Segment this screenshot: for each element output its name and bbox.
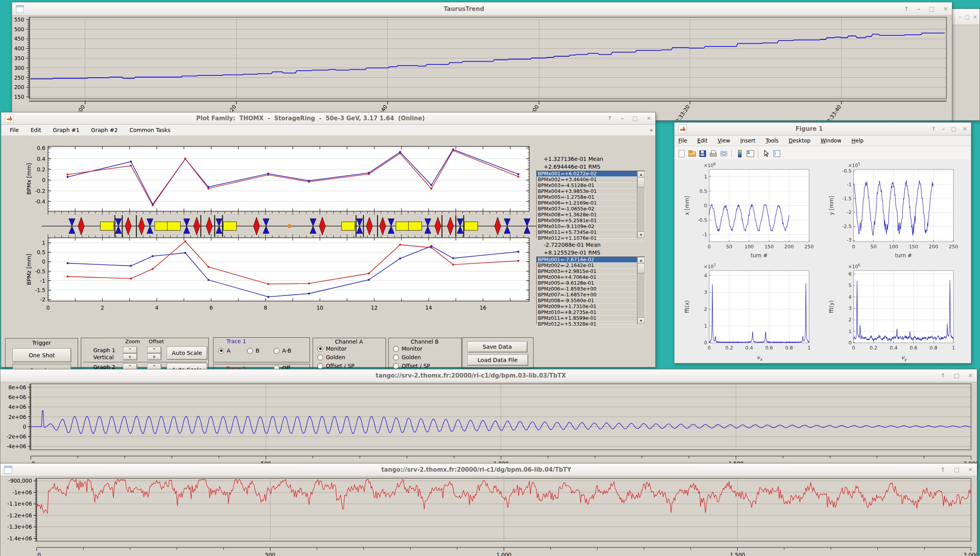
print-icon[interactable] — [709, 150, 717, 157]
menu-view[interactable]: View — [718, 137, 730, 144]
save-data-button[interactable]: Save Data — [467, 341, 527, 352]
minimize-button[interactable]: – — [942, 126, 945, 132]
list-item[interactable]: BPMx012=+1.1076e-01 — [537, 235, 645, 241]
taurustrend-titlebar[interactable]: TaurusTrend ↑–□✕ — [12, 2, 952, 16]
list-item[interactable]: BPMz009=+1.7310e-01 — [537, 304, 645, 310]
channel-b-offset-sp-radio[interactable]: Offset / SP — [393, 363, 430, 369]
list-item[interactable]: BPMz001=-7.6714e-02 — [537, 257, 645, 263]
close-button[interactable]: ✕ — [968, 372, 973, 379]
tbty-titlebar[interactable]: tango://srv-2.thomx.fr:20000/ri-c1/dg/bp… — [0, 463, 977, 476]
maximize-button[interactable]: □ — [951, 126, 956, 132]
graph1-zoom-down-button[interactable]: v — [123, 353, 137, 360]
channel-a-monitor-radio[interactable]: Monitor — [317, 346, 347, 352]
scroll-up-button[interactable]: ▲ — [637, 171, 645, 178]
minimize-button[interactable]: – — [621, 115, 624, 122]
list-item[interactable]: BPMz004=+4.7064e-01 — [537, 274, 645, 280]
list-item[interactable]: BPMz003=+2.9815e-01 — [537, 269, 645, 274]
load-data-file-button[interactable]: Load Data File — [467, 355, 528, 365]
legend-icon[interactable] — [746, 150, 754, 157]
restore-button[interactable]: ↑ — [941, 372, 946, 379]
list-item[interactable]: BPMx001=+6.0272e-02 — [537, 171, 645, 177]
maximize-button[interactable]: □ — [929, 5, 934, 12]
channel-b-golden-radio[interactable]: Golden — [393, 354, 421, 360]
tbty-chart[interactable]: -900,000-1e+06-1.1e+06-1.2e+06-1.3e+06-1… — [0, 476, 977, 556]
list-item[interactable]: BPMx002=+3.4640e-01 — [537, 177, 645, 183]
figure1-titlebar[interactable]: Figure 1 ↑–□✕ — [674, 123, 971, 135]
link-icon[interactable] — [720, 150, 727, 157]
list-item[interactable]: BPMx008=+1.3628e-01 — [537, 212, 645, 218]
new-document-icon[interactable] — [678, 150, 685, 157]
bpmx-list[interactable]: BPMx001=+6.0272e-02BPMx002=+3.4640e-01BP… — [536, 171, 645, 239]
one-shot-button[interactable]: One Shot — [12, 348, 71, 362]
menu-graph-2[interactable]: Graph #2 — [91, 127, 118, 133]
list-item[interactable]: BPMz002=-2.1642e-01 — [537, 263, 645, 269]
list-item[interactable]: BPMx003=-4.5128e-01 — [537, 183, 645, 189]
list-item[interactable]: BPMz012=+5.3328e-01 — [537, 321, 645, 327]
menu-insert[interactable]: Insert — [740, 137, 756, 144]
close-button[interactable]: ✕ — [973, 14, 977, 20]
close-button[interactable]: ✕ — [962, 126, 967, 132]
maximize-button[interactable]: □ — [954, 372, 959, 379]
list-item[interactable]: BPMz007=-1.6857e+00 — [537, 292, 645, 298]
restore-button[interactable]: – — [959, 14, 961, 20]
list-item[interactable]: BPMz008=-9.5560e-01 — [537, 298, 645, 304]
open-folder-icon[interactable] — [688, 150, 696, 157]
list-item[interactable]: BPMz011=+1.8599e-01 — [537, 315, 645, 321]
tbtx-titlebar[interactable]: tango://srv-2.thomx.fr:20000/ri-c1/dg/bp… — [0, 369, 977, 382]
menu-desktop[interactable]: Desktop — [789, 137, 811, 144]
maximize-button[interactable]: □ — [965, 14, 969, 20]
list-item[interactable]: BPMx010=-9.1109e-02 — [537, 224, 645, 230]
scroll-down-button[interactable]: ▼ — [637, 232, 645, 238]
trace1-b-radio[interactable]: B — [247, 348, 260, 354]
menu-file[interactable]: File — [10, 127, 19, 133]
close-button[interactable]: ✕ — [646, 115, 651, 122]
scroll-up-button[interactable]: ▲ — [637, 257, 645, 264]
scroll-thumb[interactable] — [637, 177, 645, 187]
plot-family-titlebar[interactable]: Plot Family: THOMX - StorageRing - 50e-3… — [1, 112, 655, 125]
maximize-button[interactable]: □ — [954, 466, 959, 473]
list-item[interactable]: BPMx007=-1.0655e-02 — [537, 206, 645, 212]
save-icon[interactable] — [699, 150, 706, 157]
channel-a-golden-radio[interactable]: Golden — [317, 354, 345, 360]
trace1-a-radio[interactable]: A — [218, 348, 231, 354]
list-item[interactable]: BPMz010=+8.2735e-01 — [537, 310, 645, 315]
menu-overflow-icon[interactable]: » — [649, 127, 653, 133]
pointer-icon[interactable] — [762, 150, 770, 157]
close-button[interactable]: ✕ — [943, 5, 948, 12]
list-item[interactable]: BPMx004=+3.9853e-01 — [537, 189, 645, 194]
restore-button[interactable]: ↑ — [941, 466, 946, 473]
restore-button[interactable]: ↑ — [904, 5, 909, 12]
graph1-autoscale-button[interactable]: Auto Scale — [167, 346, 207, 360]
menu-help[interactable]: Help — [852, 137, 864, 144]
list-item[interactable]: BPMz006=-1.8593e+00 — [537, 286, 645, 292]
restore-button[interactable]: ↑ — [931, 126, 936, 132]
trace1-ab-radio[interactable]: A-B — [274, 348, 291, 354]
list-item[interactable]: BPMx006=+1.2169e-01 — [537, 200, 645, 206]
tbtx-chart[interactable]: 8e+066e+064e+062e+060-2e+06-4e+0605001,0… — [0, 382, 977, 467]
menu-window[interactable]: Window — [821, 137, 841, 144]
property-inspector-icon[interactable] — [773, 150, 781, 157]
graph1-zoom-up-button[interactable]: ^ — [123, 347, 137, 353]
bpmz-list[interactable]: BPMz001=-7.6714e-02BPMz002=-2.1642e-01BP… — [536, 257, 645, 324]
list-item[interactable]: BPMz005=-9.6128e-01 — [537, 280, 645, 286]
list-item[interactable]: BPMx011=+5.7345e-01 — [537, 230, 645, 235]
restore-button[interactable]: ↑ — [607, 115, 612, 122]
menu-file[interactable]: File — [678, 137, 687, 144]
menu-tools[interactable]: Tools — [766, 137, 779, 144]
minimize-button[interactable]: – — [918, 5, 921, 12]
menu-edit[interactable]: Edit — [30, 127, 41, 133]
channel-a-offset-sp-radio[interactable]: Offset / SP — [317, 363, 354, 369]
scrollbar[interactable]: ▲▼ — [637, 257, 645, 324]
colorbar-icon[interactable] — [736, 150, 743, 157]
close-button[interactable]: ✕ — [968, 466, 973, 473]
menu-edit[interactable]: Edit — [697, 137, 708, 144]
maximize-button[interactable]: □ — [632, 115, 638, 122]
menu-graph-1[interactable]: Graph #1 — [53, 127, 80, 133]
trend-chart[interactable]: 15020025030035040045050055013:32:0013:32… — [12, 16, 952, 120]
graph1-offset-up-button[interactable]: ^ — [147, 347, 161, 353]
scroll-thumb[interactable] — [637, 263, 645, 273]
scroll-down-button[interactable]: ▼ — [637, 317, 645, 324]
graph1-offset-down-button[interactable]: v — [147, 353, 161, 360]
list-item[interactable]: BPMx009=+5.2581e-01 — [537, 218, 645, 224]
menu-common-tasks[interactable]: Common Tasks — [130, 127, 171, 133]
